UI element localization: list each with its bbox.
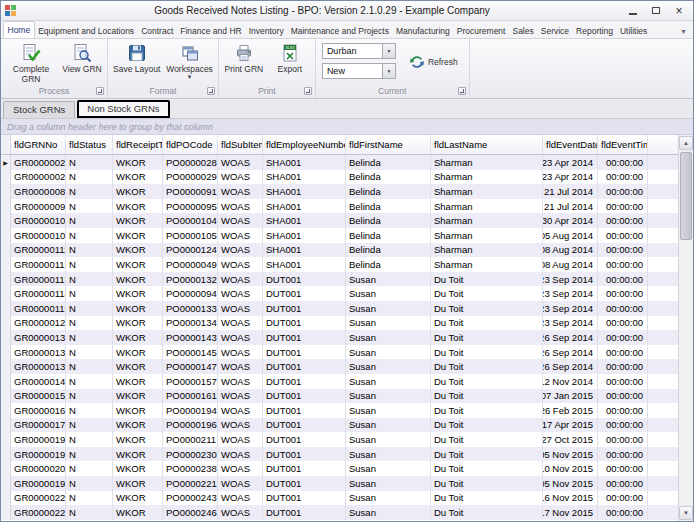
view-tab-stock-grns[interactable]: Stock GRNs [3, 101, 75, 118]
grid-cell: SHA001 [263, 199, 346, 214]
table-row[interactable]: GR00000151NWKORPO0000161WOASDUT001SusanD… [1, 389, 678, 404]
table-row[interactable]: ▶GR00000026NWKORPO0000028WOASSHA001Belin… [1, 155, 678, 170]
grid-cell: Susan [346, 389, 431, 404]
scroll-thumb[interactable] [680, 152, 692, 240]
export-button[interactable]: XLSX Export [267, 40, 313, 75]
current-dialog-launcher-icon[interactable] [458, 87, 466, 95]
table-row[interactable]: GR00000226NWKORPO0000246WOASDUT001SusanD… [1, 505, 678, 520]
table-row[interactable]: GR00000117NWKORPO0000132WOASDUT001SusanD… [1, 272, 678, 287]
process-dialog-launcher-icon[interactable] [96, 87, 104, 95]
maximize-icon [652, 7, 660, 14]
row-indicator [1, 199, 11, 214]
grid-cell: Du Toit [431, 432, 543, 447]
row-indicator [1, 316, 11, 331]
ribbon-tab-contract[interactable]: Contract [138, 23, 177, 38]
ribbon-tab-inventory[interactable]: Inventory [245, 23, 287, 38]
maximize-button[interactable] [646, 3, 666, 18]
grid-cell: SHA001 [263, 228, 346, 243]
scroll-up-button[interactable]: ▲ [679, 136, 693, 150]
grid-cell: 00:00:00 [598, 301, 648, 316]
format-dialog-launcher-icon[interactable] [207, 87, 215, 95]
table-row[interactable]: GR00000100NWKORPO0000104WOASSHA001Belind… [1, 213, 678, 228]
table-row[interactable]: GR00000121NWKORPO0000134WOASDUT001SusanD… [1, 316, 678, 331]
grid-cell: WKOR [113, 257, 163, 272]
print-dialog-launcher-icon[interactable] [304, 87, 312, 95]
table-row[interactable]: GR00000118NWKORPO0000094WOASDUT001SusanD… [1, 286, 678, 301]
row-indicator [1, 374, 11, 389]
ribbon-tab-reporting[interactable]: Reporting [573, 23, 617, 38]
grid-cell: GR00000224 [11, 491, 66, 506]
table-row[interactable]: GR00000130NWKORPO0000143WOASDUT001SusanD… [1, 330, 678, 345]
group-caption-print-label: Print [258, 86, 275, 96]
table-row[interactable]: GR00000027NWKORPO0000029WOASSHA001Belind… [1, 170, 678, 185]
column-header-fldlastname[interactable]: fldLastName [431, 135, 543, 154]
grid-cell: 00:00:00 [598, 491, 648, 506]
group-by-panel[interactable]: Drag a column header here to group by th… [1, 119, 693, 135]
table-row[interactable]: GR00000198NWKORPO0000221WOASDUT001SusanD… [1, 476, 678, 491]
save-layout-button[interactable]: Save Layout [110, 40, 163, 75]
column-header-fldreceiptt[interactable]: fldReceiptT... [113, 135, 163, 154]
table-row[interactable]: GR00000197NWKORPO0000230WOASDUT001SusanD… [1, 447, 678, 462]
view-grn-button[interactable]: View GRN [59, 40, 105, 75]
status-dropdown[interactable]: New ▼ [322, 63, 396, 79]
column-header-fldfirstname[interactable]: fldFirstName [346, 135, 431, 154]
ribbon-tab-utilities[interactable]: Utilities [616, 23, 650, 38]
grid-cell: N [66, 213, 113, 228]
column-header-fldsubitem[interactable]: fldSubItem... [218, 135, 263, 154]
close-button[interactable]: × [669, 3, 689, 18]
table-row[interactable]: GR00000133NWKORPO0000145WOASDUT001SusanD… [1, 345, 678, 360]
refresh-button[interactable]: Refresh [404, 51, 463, 73]
column-header-fldeventdate[interactable]: fldEventDate [543, 135, 598, 154]
view-tab-non-stock-grns[interactable]: Non Stock GRNs [77, 100, 169, 118]
ribbon-tab-sales[interactable]: Sales [509, 23, 537, 38]
column-header-fldpocode[interactable]: fldPOCode [163, 135, 218, 154]
vertical-scrollbar[interactable]: ▲ ▼ [678, 135, 693, 521]
ribbon-overflow-chevron-icon[interactable]: ▼ [680, 28, 691, 38]
table-row[interactable]: GR00000111NWKORPO0000124WOASSHA001Belind… [1, 243, 678, 258]
ribbon-tab-manufacturing[interactable]: Manufacturing [392, 23, 453, 38]
ribbon-tab-finance-and-hr[interactable]: Finance and HR [177, 23, 245, 38]
grid-cell: N [66, 199, 113, 214]
grid-cell: Susan [346, 330, 431, 345]
ribbon-tab-procurement[interactable]: Procurement [453, 23, 509, 38]
table-row[interactable]: GR00000101NWKORPO0000105WOASSHA001Belind… [1, 228, 678, 243]
table-row[interactable]: GR00000224NWKORPO0000243WOASDUT001SusanD… [1, 491, 678, 506]
table-row[interactable]: GR00000148NWKORPO0000157WOASDUT001SusanD… [1, 374, 678, 389]
table-row[interactable]: GR00000167NWKORPO0000194WOASDUT001SusanD… [1, 403, 678, 418]
print-grn-button[interactable]: Print GRN [221, 40, 267, 75]
grid-cell: DUT001 [263, 389, 346, 404]
grid-cell: WKOR [113, 316, 163, 331]
grid-cell: WOAS [218, 257, 263, 272]
column-header-fldemployeenumber[interactable]: fldEmployeeNumber [263, 135, 346, 154]
ribbon-tab-home[interactable]: Home [3, 21, 35, 38]
column-header-fldeventtime[interactable]: fldEventTime [598, 135, 648, 154]
scroll-track[interactable] [679, 151, 693, 505]
minimize-button[interactable] [623, 3, 643, 18]
complete-grn-button[interactable]: Complete GRN [3, 40, 59, 85]
grid-cell: DUT001 [263, 272, 346, 287]
table-row[interactable]: GR00000202NWKORPO0000238WOASDUT001SusanD… [1, 461, 678, 476]
ribbon-tab-equipment-and-locations[interactable]: Equipment and Locations [35, 23, 138, 38]
grid-cell: PO0000029 [163, 170, 218, 185]
table-row[interactable]: GR00000093NWKORPO0000095WOASSHA001Belind… [1, 199, 678, 214]
grid-cell: WKOR [113, 286, 163, 301]
table-row[interactable]: GR00000112NWKORPO0000049WOASSHA001Belind… [1, 257, 678, 272]
workspaces-button[interactable]: Workspaces ▼ [163, 40, 216, 81]
column-header-fldstatus[interactable]: fldStatus [66, 135, 113, 154]
grid-cell: WKOR [113, 301, 163, 316]
table-row[interactable]: GR00000174NWKORPO0000196WOASDUT001SusanD… [1, 418, 678, 433]
table-row[interactable]: GR00000134NWKORPO0000147WOASDUT001SusanD… [1, 359, 678, 374]
scroll-down-button[interactable]: ▼ [679, 506, 693, 520]
table-row[interactable]: GR00000119NWKORPO0000133WOASDUT001SusanD… [1, 301, 678, 316]
grid-cell: N [66, 228, 113, 243]
column-header-fldgrnno[interactable]: fldGRNNo [11, 135, 66, 154]
grid-cell: GR00000027 [11, 170, 66, 185]
table-row[interactable]: GR00000088NWKORPO0000091WOASSHA001Belind… [1, 184, 678, 199]
grid-cell: GR00000121 [11, 316, 66, 331]
ribbon-tab-service[interactable]: Service [537, 23, 572, 38]
table-row[interactable]: GR00000192NWKORPO0000211WOASDUT001SusanD… [1, 432, 678, 447]
site-dropdown[interactable]: Durban ▼ [322, 43, 396, 59]
grid-cell: GR00000198 [11, 476, 66, 491]
ribbon-tab-maintenance-and-projects[interactable]: Maintenance and Projects [287, 23, 392, 38]
grid-cell: Du Toit [431, 272, 543, 287]
